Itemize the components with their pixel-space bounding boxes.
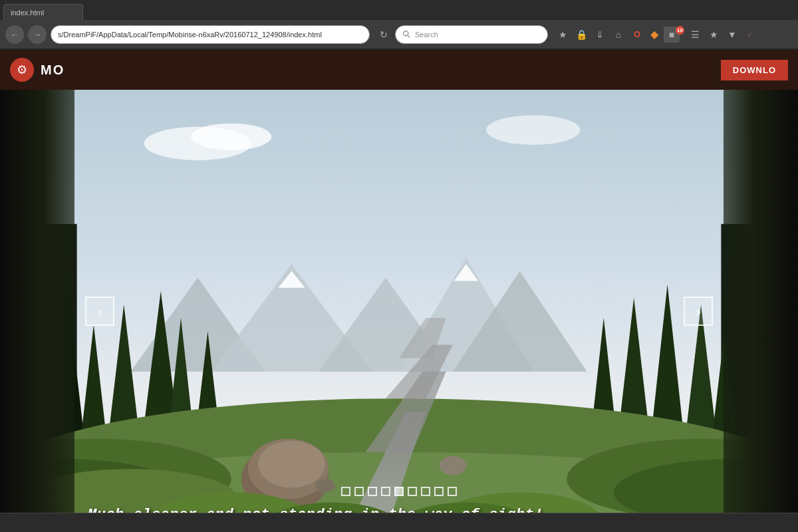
lock-icon[interactable]: 🔒 — [573, 27, 589, 43]
extension-icon[interactable]: ◆ — [646, 27, 662, 43]
svg-point-0 — [404, 31, 408, 36]
svg-point-45 — [315, 479, 335, 492]
slide-dot-3[interactable] — [368, 487, 377, 496]
slide-dot-8[interactable] — [434, 487, 444, 496]
page-content: ⚙ MO DOWNLO — [0, 50, 798, 532]
extensions-area: O ◆ ■ 10 — [629, 27, 684, 43]
download-icon[interactable]: ⇓ — [592, 27, 608, 43]
svg-point-4 — [191, 123, 271, 150]
header-right: DOWNLO — [721, 60, 788, 80]
toolbar-icons: ★ 🔒 ⇓ ⌂ O ◆ ■ 10 ☰ ★ ▼ ☄ — [555, 27, 759, 43]
prev-slide-button[interactable]: ‹ — [85, 297, 114, 326]
star-icon[interactable]: ★ — [555, 27, 571, 43]
address-text: s/DreamPiF/AppData/Local/Temp/Mobirise-n… — [58, 31, 322, 39]
tab-label: index.html — [11, 9, 44, 17]
app-logo-area: ⚙ MO — [10, 58, 65, 82]
notification-badge: 10 — [676, 26, 684, 35]
gear-icon: ⚙ — [10, 58, 34, 82]
slide-dot-2[interactable] — [354, 487, 364, 496]
slide-image — [0, 90, 798, 532]
slide-dots — [341, 487, 457, 496]
landscape-svg — [0, 90, 798, 532]
slideshow-container: ‹ › Much cleaner and not standing in the… — [0, 90, 798, 532]
browser-tab[interactable]: index.html — [3, 4, 83, 20]
menu-icon[interactable]: ☰ — [687, 27, 703, 43]
side-panel-left — [0, 90, 74, 532]
search-bar[interactable]: Search — [395, 25, 548, 44]
side-panel-right — [724, 90, 798, 532]
svg-point-44 — [440, 456, 466, 475]
taskbar — [0, 513, 798, 532]
slide-dot-5[interactable] — [394, 487, 404, 496]
forward-button[interactable]: → — [28, 25, 47, 44]
slide-dot-9[interactable] — [448, 487, 457, 496]
browser-chrome: index.html ← → s/DreamPiF/AppData/Local/… — [0, 0, 798, 50]
opera-icon[interactable]: O — [629, 27, 645, 43]
grid-icon[interactable]: ☄ — [743, 27, 759, 43]
more-icon[interactable]: ▼ — [724, 27, 740, 43]
next-slide-button[interactable]: › — [684, 297, 713, 326]
browser-toolbar: ← → s/DreamPiF/AppData/Local/Temp/Mobiri… — [0, 20, 798, 49]
address-bar[interactable]: s/DreamPiF/AppData/Local/Temp/Mobirise-n… — [51, 25, 370, 44]
browser-tabs: index.html — [0, 0, 798, 20]
app-header: ⚙ MO DOWNLO — [0, 50, 798, 90]
reload-button[interactable]: ↻ — [376, 27, 391, 42]
slide-dot-1[interactable] — [341, 487, 350, 496]
slide-dot-7[interactable] — [421, 487, 430, 496]
search-icon — [402, 30, 411, 39]
download-button[interactable]: DOWNLO — [721, 60, 788, 80]
prev-arrow-icon: ‹ — [98, 304, 102, 319]
back-button[interactable]: ← — [5, 25, 24, 44]
svg-line-1 — [408, 35, 410, 37]
app-name: MO — [41, 63, 65, 78]
slide-dot-6[interactable] — [408, 487, 417, 496]
svg-point-5 — [486, 115, 580, 144]
next-arrow-icon: › — [696, 304, 701, 319]
notification-area: ■ 10 — [664, 27, 684, 43]
svg-point-39 — [258, 441, 325, 488]
home-icon[interactable]: ⌂ — [610, 27, 626, 43]
bookmark-icon[interactable]: ★ — [706, 27, 722, 43]
slide-dot-4[interactable] — [381, 487, 390, 496]
search-placeholder: Search — [415, 31, 438, 39]
